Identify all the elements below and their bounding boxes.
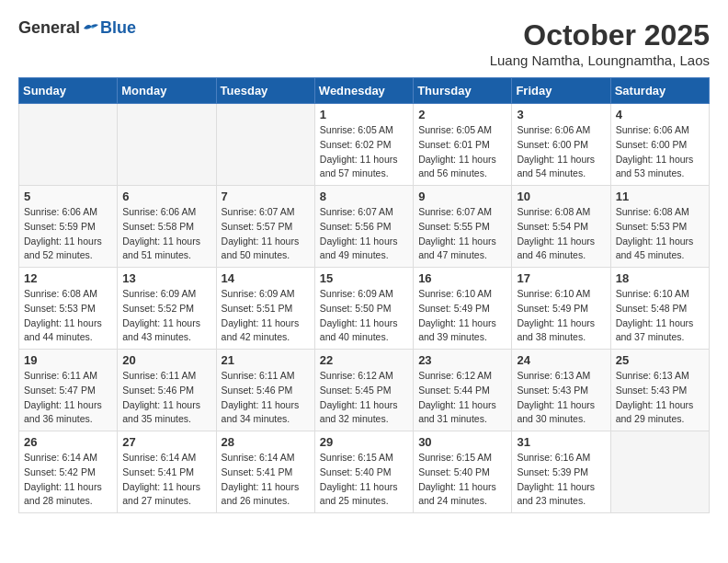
day-info: Sunrise: 6:06 AM Sunset: 5:59 PM Dayligh…: [24, 205, 112, 263]
day-info: Sunrise: 6:14 AM Sunset: 5:41 PM Dayligh…: [222, 451, 310, 509]
day-number: 10: [517, 190, 605, 203]
calendar-cell: 30Sunrise: 6:15 AM Sunset: 5:40 PM Dayli…: [414, 431, 512, 513]
day-number: 11: [616, 190, 704, 203]
day-info: Sunrise: 6:13 AM Sunset: 5:43 PM Dayligh…: [517, 369, 605, 427]
page-header: General Blue October 2025 Luang Namtha, …: [18, 18, 710, 68]
day-number: 18: [616, 271, 704, 285]
day-info: Sunrise: 6:14 AM Sunset: 5:42 PM Dayligh…: [24, 451, 112, 509]
day-number: 15: [320, 271, 408, 285]
day-info: Sunrise: 6:07 AM Sunset: 5:56 PM Dayligh…: [320, 205, 408, 263]
calendar-cell: 7Sunrise: 6:07 AM Sunset: 5:57 PM Daylig…: [216, 186, 314, 268]
calendar-cell: 27Sunrise: 6:14 AM Sunset: 5:41 PM Dayli…: [118, 431, 216, 513]
day-number: 31: [517, 435, 605, 449]
calendar-cell: 15Sunrise: 6:09 AM Sunset: 5:50 PM Dayli…: [314, 268, 413, 350]
weekday-header-monday: Monday: [118, 78, 216, 104]
calendar-cell: 12Sunrise: 6:08 AM Sunset: 5:53 PM Dayli…: [19, 268, 118, 350]
calendar-cell: 10Sunrise: 6:08 AM Sunset: 5:54 PM Dayli…: [512, 186, 610, 268]
day-number: 19: [24, 353, 112, 367]
calendar-cell: 21Sunrise: 6:11 AM Sunset: 5:46 PM Dayli…: [216, 350, 314, 431]
day-info: Sunrise: 6:06 AM Sunset: 5:58 PM Dayligh…: [122, 205, 210, 263]
day-number: 8: [320, 190, 408, 203]
day-number: 25: [616, 353, 704, 367]
day-number: 2: [418, 108, 506, 121]
calendar-cell: 6Sunrise: 6:06 AM Sunset: 5:58 PM Daylig…: [118, 186, 216, 268]
weekday-header-thursday: Thursday: [414, 78, 512, 104]
calendar-cell: 18Sunrise: 6:10 AM Sunset: 5:48 PM Dayli…: [610, 268, 709, 350]
calendar-cell: 17Sunrise: 6:10 AM Sunset: 5:49 PM Dayli…: [512, 268, 610, 350]
day-info: Sunrise: 6:12 AM Sunset: 5:44 PM Dayligh…: [418, 369, 506, 427]
day-info: Sunrise: 6:09 AM Sunset: 5:51 PM Dayligh…: [222, 287, 310, 345]
day-info: Sunrise: 6:11 AM Sunset: 5:47 PM Dayligh…: [24, 369, 112, 427]
calendar-cell: 22Sunrise: 6:12 AM Sunset: 5:45 PM Dayli…: [314, 350, 413, 431]
day-number: 7: [222, 190, 310, 203]
calendar-cell: [19, 104, 118, 186]
calendar-cell: 29Sunrise: 6:15 AM Sunset: 5:40 PM Dayli…: [314, 431, 413, 513]
day-info: Sunrise: 6:16 AM Sunset: 5:39 PM Dayligh…: [517, 451, 605, 509]
weekday-header-row: SundayMondayTuesdayWednesdayThursdayFrid…: [19, 78, 710, 104]
logo-bird-icon: [82, 21, 100, 36]
calendar-cell: 24Sunrise: 6:13 AM Sunset: 5:43 PM Dayli…: [512, 350, 610, 431]
day-number: 29: [320, 435, 408, 449]
calendar-cell: [118, 104, 216, 186]
calendar-cell: 31Sunrise: 6:16 AM Sunset: 5:39 PM Dayli…: [512, 431, 610, 513]
calendar-cell: 16Sunrise: 6:10 AM Sunset: 5:49 PM Dayli…: [414, 268, 512, 350]
day-number: 4: [616, 108, 704, 121]
calendar-cell: 20Sunrise: 6:11 AM Sunset: 5:46 PM Dayli…: [118, 350, 216, 431]
day-info: Sunrise: 6:13 AM Sunset: 5:43 PM Dayligh…: [616, 369, 704, 427]
calendar-cell: 3Sunrise: 6:06 AM Sunset: 6:00 PM Daylig…: [512, 104, 610, 186]
day-number: 9: [418, 190, 506, 203]
day-number: 20: [122, 353, 210, 367]
logo: General Blue: [18, 18, 136, 38]
day-number: 23: [418, 353, 506, 367]
day-info: Sunrise: 6:08 AM Sunset: 5:54 PM Dayligh…: [517, 205, 605, 263]
calendar-cell: [610, 431, 709, 513]
calendar-title: October 2025: [490, 18, 710, 52]
calendar-cell: 25Sunrise: 6:13 AM Sunset: 5:43 PM Dayli…: [610, 350, 709, 431]
day-info: Sunrise: 6:15 AM Sunset: 5:40 PM Dayligh…: [320, 451, 408, 509]
calendar-cell: 28Sunrise: 6:14 AM Sunset: 5:41 PM Dayli…: [216, 431, 314, 513]
day-number: 26: [24, 435, 112, 449]
day-info: Sunrise: 6:15 AM Sunset: 5:40 PM Dayligh…: [418, 451, 506, 509]
day-info: Sunrise: 6:10 AM Sunset: 5:48 PM Dayligh…: [616, 287, 704, 345]
calendar-cell: 2Sunrise: 6:05 AM Sunset: 6:01 PM Daylig…: [414, 104, 512, 186]
weekday-header-tuesday: Tuesday: [216, 78, 314, 104]
day-info: Sunrise: 6:11 AM Sunset: 5:46 PM Dayligh…: [222, 369, 310, 427]
day-number: 28: [222, 435, 310, 449]
weekday-header-friday: Friday: [512, 78, 610, 104]
day-number: 3: [517, 108, 605, 121]
day-number: 16: [418, 271, 506, 285]
calendar-cell: 26Sunrise: 6:14 AM Sunset: 5:42 PM Dayli…: [19, 431, 118, 513]
day-number: 5: [24, 190, 112, 203]
calendar-cell: 19Sunrise: 6:11 AM Sunset: 5:47 PM Dayli…: [19, 350, 118, 431]
day-info: Sunrise: 6:05 AM Sunset: 6:01 PM Dayligh…: [418, 123, 506, 181]
day-info: Sunrise: 6:14 AM Sunset: 5:41 PM Dayligh…: [122, 451, 210, 509]
day-number: 22: [320, 353, 408, 367]
day-number: 13: [122, 271, 210, 285]
day-info: Sunrise: 6:07 AM Sunset: 5:55 PM Dayligh…: [418, 205, 506, 263]
day-number: 12: [24, 271, 112, 285]
weekday-header-sunday: Sunday: [19, 78, 118, 104]
day-number: 21: [222, 353, 310, 367]
calendar-week-row: 26Sunrise: 6:14 AM Sunset: 5:42 PM Dayli…: [19, 431, 710, 513]
calendar-cell: [216, 104, 314, 186]
calendar-week-row: 12Sunrise: 6:08 AM Sunset: 5:53 PM Dayli…: [19, 268, 710, 350]
weekday-header-saturday: Saturday: [610, 78, 709, 104]
calendar-cell: 13Sunrise: 6:09 AM Sunset: 5:52 PM Dayli…: [118, 268, 216, 350]
day-info: Sunrise: 6:08 AM Sunset: 5:53 PM Dayligh…: [616, 205, 704, 263]
calendar-cell: 11Sunrise: 6:08 AM Sunset: 5:53 PM Dayli…: [610, 186, 709, 268]
day-info: Sunrise: 6:11 AM Sunset: 5:46 PM Dayligh…: [122, 369, 210, 427]
calendar-subtitle: Luang Namtha, Loungnamtha, Laos: [490, 52, 710, 68]
day-number: 24: [517, 353, 605, 367]
calendar-cell: 8Sunrise: 6:07 AM Sunset: 5:56 PM Daylig…: [314, 186, 413, 268]
day-number: 6: [122, 190, 210, 203]
calendar-cell: 9Sunrise: 6:07 AM Sunset: 5:55 PM Daylig…: [414, 186, 512, 268]
logo-blue-text: Blue: [100, 18, 136, 38]
day-info: Sunrise: 6:12 AM Sunset: 5:45 PM Dayligh…: [320, 369, 408, 427]
calendar-week-row: 1Sunrise: 6:05 AM Sunset: 6:02 PM Daylig…: [19, 104, 710, 186]
calendar-week-row: 5Sunrise: 6:06 AM Sunset: 5:59 PM Daylig…: [19, 186, 710, 268]
day-number: 30: [418, 435, 506, 449]
day-info: Sunrise: 6:10 AM Sunset: 5:49 PM Dayligh…: [517, 287, 605, 345]
calendar-week-row: 19Sunrise: 6:11 AM Sunset: 5:47 PM Dayli…: [19, 350, 710, 431]
weekday-header-wednesday: Wednesday: [314, 78, 413, 104]
calendar-cell: 23Sunrise: 6:12 AM Sunset: 5:44 PM Dayli…: [414, 350, 512, 431]
